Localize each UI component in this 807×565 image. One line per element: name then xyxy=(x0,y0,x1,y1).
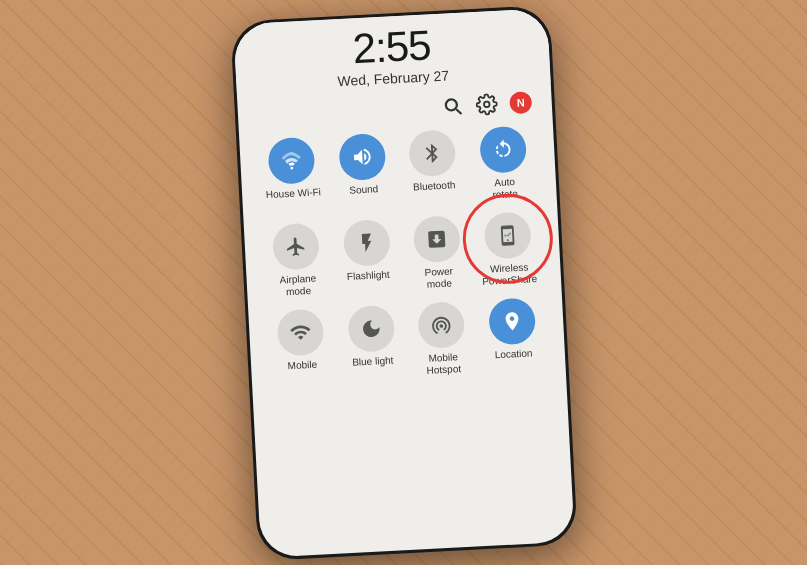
mobile-label: Mobile xyxy=(287,358,317,372)
phone-wrapper: 2:55 Wed, February 27 N xyxy=(230,4,578,560)
tile-row-3: Mobile Blue light xyxy=(264,296,549,385)
sound-icon xyxy=(337,132,385,180)
wifi-label: House Wi-Fi xyxy=(265,186,321,201)
svg-point-3 xyxy=(290,166,293,169)
tile-airplane[interactable]: Airplanemode xyxy=(263,221,331,298)
wireless-powershare-label: WirelessPowerShare xyxy=(481,261,537,288)
settings-icon[interactable] xyxy=(475,92,498,115)
tile-bluelight[interactable]: Blue light xyxy=(337,304,405,381)
svg-point-2 xyxy=(483,101,489,107)
location-icon xyxy=(487,297,535,345)
mobile-hotspot-label: MobileHotspot xyxy=(425,351,461,377)
airplane-icon xyxy=(272,222,320,270)
phone-screen: 2:55 Wed, February 27 N xyxy=(233,8,575,558)
phone-frame: 2:55 Wed, February 27 N xyxy=(230,4,578,560)
svg-line-1 xyxy=(456,108,461,113)
autorotate-icon xyxy=(478,125,526,173)
mobile-hotspot-icon xyxy=(417,300,465,348)
notification-badge[interactable]: N xyxy=(509,91,532,114)
bluetooth-label: Bluetooth xyxy=(412,179,455,193)
tile-row-1: House Wi-Fi Sound xyxy=(255,124,540,213)
airplane-label: Airplanemode xyxy=(279,272,317,298)
tile-powermode[interactable]: Powermode xyxy=(403,214,471,291)
tile-wireless-powershare[interactable]: WirelessPowerShare xyxy=(474,210,542,287)
bluelight-icon xyxy=(346,304,394,352)
bluetooth-icon xyxy=(408,129,456,177)
tile-sound[interactable]: Sound xyxy=(328,132,396,209)
tile-flashlight[interactable]: Flashlight xyxy=(333,218,401,295)
tile-row-2: Airplanemode Flashlight xyxy=(259,210,544,299)
tile-location[interactable]: Location xyxy=(478,296,546,373)
autorotate-label: Autorotate xyxy=(491,175,518,200)
wifi-icon xyxy=(267,136,315,184)
bluelight-label: Blue light xyxy=(351,354,393,368)
sound-label: Sound xyxy=(349,183,379,196)
mobile-icon xyxy=(276,308,324,356)
tile-mobile-hotspot[interactable]: MobileHotspot xyxy=(408,300,476,377)
location-label: Location xyxy=(494,347,532,361)
tile-bluetooth[interactable]: Bluetooth xyxy=(399,128,467,205)
search-icon[interactable] xyxy=(441,94,464,117)
powermode-icon xyxy=(412,215,460,263)
flashlight-label: Flashlight xyxy=(346,268,389,282)
tile-mobile[interactable]: Mobile xyxy=(267,307,335,384)
svg-point-0 xyxy=(445,99,457,111)
tile-autorotate[interactable]: Autorotate xyxy=(469,124,537,201)
flashlight-icon xyxy=(342,218,390,266)
quick-tiles-panel: House Wi-Fi Sound xyxy=(238,116,574,558)
tile-wifi[interactable]: House Wi-Fi xyxy=(258,136,326,213)
wireless-powershare-icon xyxy=(483,211,531,259)
powermode-label: Powermode xyxy=(424,265,454,290)
